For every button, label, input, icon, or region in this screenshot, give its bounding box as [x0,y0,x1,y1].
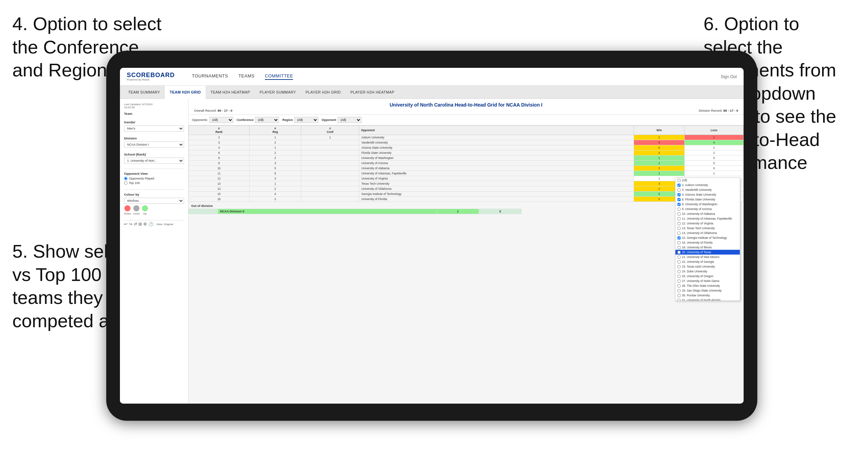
nav-teams[interactable]: TEAMS [239,73,255,80]
dropdown-item[interactable]: 6. Florida State University [675,197,740,202]
dropdown-item-label: 27. University of Notre Dame [682,279,719,283]
dropdown-item[interactable]: 22. University of Georgia [675,259,740,264]
dropdown-item[interactable]: 3. Vanderbilt University [675,187,740,192]
redo-icon[interactable]: ↪ [129,222,132,226]
dropdown-item[interactable]: 4. Arizona State University [675,192,740,197]
dropdown-item[interactable]: 31. University of North Florida [675,298,740,301]
subnav-team-h2h-heatmap[interactable]: TEAM H2H HEATMAP [206,86,255,99]
dropdown-checkbox[interactable] [677,294,681,297]
dropdown-checkbox[interactable] [677,203,681,206]
dropdown-checkbox[interactable] [677,270,681,273]
dropdown-item[interactable]: 16. University of Florida [675,240,740,245]
dropdown-checkbox[interactable] [677,241,681,244]
dropdown-checkbox[interactable] [677,198,681,201]
dropdown-checkbox[interactable] [677,284,681,287]
dropdown-item[interactable]: 30. Purdue University [675,293,740,298]
subnav-team-summary[interactable]: TEAM SUMMARY [123,86,165,99]
dropdown-item[interactable]: 25. University of Oregon [675,274,740,279]
table-row: 16 2 University of Florida 5 1 [189,197,744,202]
dropdown-checkbox[interactable] [677,208,681,211]
dropdown-checkbox[interactable] [677,251,681,254]
cell-rank: 14 [189,186,249,192]
overall-record: Overall Record: 89 - 17 - 0 [194,109,232,112]
subnav-player-summary[interactable]: PLAYER SUMMARY [255,86,301,99]
dropdown-item[interactable]: 28. The Ohio State University [675,283,740,288]
dropdown-item[interactable]: 24. Duke University [675,269,740,274]
dropdown-item[interactable]: 20. University of Texas [675,250,740,255]
cell-rank: 10 [189,166,249,171]
dropdown-checkbox[interactable] [677,188,681,192]
col-rank: #Rank [189,126,249,135]
subnav-player-h2h-grid[interactable]: PLAYER H2H GRID [301,86,346,99]
nav-signout[interactable]: Sign Out [721,74,737,79]
out-of-division-label: Out of division [188,203,744,209]
dropdown-item[interactable]: 13. Texas Tech University [675,226,740,231]
cell-name: Auburn University [359,135,634,140]
dropdown-checkbox[interactable] [677,232,681,235]
subnav-team-h2h-grid[interactable]: TEAM H2H GRID [165,86,206,99]
opponent-filter: Opponent (All) [322,117,362,123]
dropdown-item[interactable]: 9. University of Arizona [675,207,740,211]
school-select[interactable]: 1. University of Nort... [124,158,184,164]
out-of-division-table: NCAA Division II 1 0 [188,209,522,214]
dropdown-item[interactable]: 14. University of Oklahoma [675,231,740,235]
dropdown-item[interactable]: 11. University of Arkansas, Fayetteville [675,216,740,221]
gender-select[interactable]: Men's [124,125,184,132]
region-select[interactable]: (All) [294,117,318,123]
cell-name: University of Alabama [359,166,634,171]
dropdown-checkbox[interactable] [677,299,681,301]
dropdown-checkbox[interactable] [677,256,681,259]
dropdown-item[interactable]: 18. University of Illinois [675,245,740,250]
radio-top-100[interactable]: Top 100 [124,181,184,185]
dropdown-checkbox[interactable] [677,193,681,196]
dropdown-item[interactable]: 23. Texas A&M University [675,264,740,269]
colour-by-select[interactable]: Win/loss [124,198,184,204]
dropdown-item[interactable]: 8. University of Washington [675,202,740,207]
dropdown-item-label: 22. University of Georgia [682,260,714,263]
nav-committee[interactable]: COMMITTEE [265,73,293,80]
dropdown-item[interactable]: 21. University of New Mexico [675,255,740,259]
radio-opponents-played[interactable]: Opponents Played [124,177,184,180]
dropdown-checkbox[interactable] [677,275,681,278]
left-panel: Last Updated: 4/7/2024 16:55:38 Team Gen… [120,99,188,404]
dropdown-checkbox[interactable] [677,236,681,239]
dropdown-item[interactable]: 2. Auburn University [675,183,740,187]
cell-win: 1 [634,156,685,161]
copy-icon[interactable]: ⊞ [138,222,142,226]
dropdown-checkbox[interactable] [677,246,681,249]
cell-conf [301,181,359,186]
dropdown-checkbox[interactable] [677,227,681,230]
refresh-icon[interactable]: ↺ [134,222,137,226]
cell-conf [301,192,359,197]
dropdown-item[interactable]: 12. University of Virginia [675,221,740,226]
conference-select[interactable]: (All) [255,117,279,123]
dropdown-checkbox[interactable] [677,280,681,283]
cell-loss: 0 [685,156,744,161]
dropdown-checkbox[interactable] [677,212,681,216]
clock-icon[interactable]: 🕐 [148,222,154,226]
dropdown-item[interactable]: 27. University of Notre Dame [675,279,740,283]
dropdown-checkbox[interactable] [677,217,681,220]
dropdown-item[interactable]: 15. Georgia Institute of Technology [675,235,740,240]
cell-conf [301,161,359,166]
subnav-player-h2h-heatmap[interactable]: PLAYER H2H HEATMAP [345,86,399,99]
undo-icon[interactable]: ↩ [124,222,127,226]
dropdown-checkbox[interactable] [677,289,681,292]
nav-tournaments[interactable]: TOURNAMENTS [192,73,228,80]
dropdown-item[interactable]: 10. University of Alabama [675,211,740,216]
cell-name: University of Arizona [359,161,634,166]
settings-icon[interactable]: ⚙ [143,222,147,226]
dropdown-checkbox[interactable] [677,265,681,268]
dropdown-item[interactable]: (All) [675,178,740,183]
dropdown-item-label: 23. Texas A&M University [682,265,715,268]
division-select[interactable]: NCAA Division I [124,142,184,148]
dropdown-checkbox[interactable] [677,222,681,225]
dropdown-item-label: 9. University of Arizona [682,207,712,211]
dropdown-checkbox[interactable] [677,179,681,182]
dropdown-checkbox[interactable] [677,184,681,187]
opponent-select[interactable]: (All) [338,117,362,123]
opponents-select[interactable]: (All) [209,117,233,123]
dropdown-checkbox[interactable] [677,260,681,263]
dropdown-item[interactable]: 29. San Diego State University [675,288,740,293]
opponent-dropdown[interactable]: (All)2. Auburn University3. Vanderbilt U… [675,177,740,301]
